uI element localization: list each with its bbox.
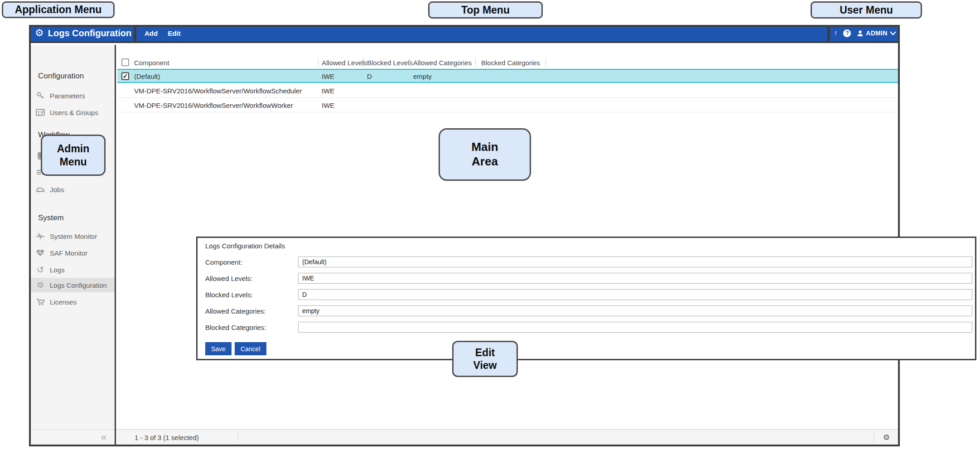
callout-text: View	[473, 359, 497, 372]
collapse-sidebar-button[interactable]: «	[101, 431, 106, 443]
status-separator	[238, 432, 238, 442]
table-row-workflow-worker[interactable]: VM-DPE-SRV2016/WorkflowServer/WorkflowWo…	[117, 98, 900, 112]
sidebar-item-licenses[interactable]: Licenses	[29, 295, 115, 309]
sidebar-item-label: Logs Configuration	[50, 281, 107, 289]
cell-component: VM-DPE-SRV2016/WorkflowServer/WorkflowWo…	[134, 102, 293, 109]
sidebar-heading-system: System	[38, 213, 64, 223]
cell-component: (Default)	[134, 72, 160, 80]
sidebar-item-label: Users & Groups	[50, 109, 98, 116]
cart-icon	[35, 298, 45, 306]
user-icon	[857, 30, 864, 37]
edit-button[interactable]: Edit	[168, 29, 180, 37]
sidebar-footer: «	[29, 429, 115, 445]
panel-title: Logs Configuration Details	[205, 242, 285, 250]
sidebar-heading-configuration: Configuration	[38, 72, 84, 81]
column-separator	[410, 58, 410, 67]
callout-application-menu: Application Menu	[2, 1, 115, 18]
blocked-levels-input[interactable]	[298, 289, 972, 300]
callout-text: Main	[471, 140, 498, 155]
callout-top-menu: Top Menu	[428, 1, 543, 19]
field-label: Component:	[205, 258, 242, 266]
table-header: Component Allowed Levels Blocked Levels …	[117, 56, 900, 69]
top-menu: Add Edit	[136, 25, 827, 41]
pulse-icon	[35, 233, 45, 239]
app-title: Logs Configuration	[48, 28, 131, 39]
field-component: Component:	[198, 256, 975, 267]
sidebar-item-label: Logs	[50, 266, 65, 274]
sidebar-item-system-monitor[interactable]: System Monitor	[29, 229, 115, 243]
sidebar-item-saf-monitor[interactable]: SAF Monitor	[29, 246, 115, 260]
sidebar-item-label: Licenses	[50, 298, 77, 306]
field-blocked-levels: Blocked Levels:	[198, 289, 975, 300]
callout-text: Application Menu	[15, 3, 102, 16]
app-gear-icon: ⚙	[35, 28, 44, 38]
key-icon	[35, 92, 45, 100]
record-count: 1 - 3 of 3 (1 selected)	[135, 433, 199, 441]
cell-blocked-levels: D	[367, 72, 372, 80]
callout-text: Top Menu	[461, 4, 510, 16]
app-window: ⚙ Logs Configuration Add Edit ↑ ? AD	[29, 25, 900, 446]
screenshot-stage: ⚙ Logs Configuration Add Edit ↑ ? AD	[0, 0, 980, 450]
upload-arrow-icon[interactable]: ↑	[834, 29, 837, 37]
table-row-workflow-scheduler[interactable]: VM-DPE-SRV2016/WorkflowServer/WorkflowSc…	[117, 84, 900, 98]
sidebar-item-label: Parameters	[50, 92, 85, 100]
column-separator	[475, 58, 476, 67]
blocked-categories-input[interactable]	[298, 322, 972, 333]
admin-sidebar: Configuration Parameters Users & Groups …	[29, 45, 116, 446]
add-button[interactable]: Add	[145, 29, 158, 37]
sidebar-item-label: System Monitor	[50, 232, 97, 240]
callout-text: Edit	[475, 346, 495, 359]
callout-admin-menu: Admin Menu	[41, 135, 106, 176]
allowed-levels-input[interactable]	[298, 273, 972, 284]
grid-settings-gear-icon[interactable]: ⚙	[883, 432, 890, 442]
sidebar-item-label: SAF Monitor	[50, 249, 87, 257]
panel-buttons: Save Cancel	[205, 342, 266, 355]
row-checkbox[interactable]: ✓	[121, 72, 129, 80]
column-separator	[546, 58, 546, 67]
callout-edit-view: Edit View	[452, 341, 518, 377]
column-header-allowed-categories[interactable]: Allowed Categories	[413, 59, 472, 67]
cancel-button[interactable]: Cancel	[235, 342, 266, 355]
logs-configuration-details-panel: Logs Configuration Details Component: Al…	[196, 237, 976, 360]
callout-text: Area	[472, 155, 498, 169]
sidebar-item-logs[interactable]: ↺ Logs	[29, 262, 115, 277]
sidebar-item-users-groups[interactable]: Users & Groups	[29, 105, 115, 120]
select-all-checkbox[interactable]	[121, 58, 129, 66]
callout-text: Menu	[59, 155, 87, 168]
field-label: Blocked Categories:	[205, 324, 266, 331]
sidebar-item-label: Jobs	[50, 186, 64, 194]
column-header-component[interactable]: Component	[134, 59, 169, 67]
field-label: Allowed Levels:	[205, 275, 252, 282]
field-label: Allowed Categories:	[205, 307, 266, 315]
help-icon[interactable]: ?	[843, 29, 851, 37]
callout-user-menu: User Menu	[811, 1, 922, 19]
user-chevron-down-icon	[890, 31, 896, 35]
cell-allowed-levels: IWE	[322, 102, 334, 109]
jobs-icon	[35, 186, 45, 193]
column-header-allowed-levels[interactable]: Allowed Levels	[322, 59, 367, 67]
sidebar-item-jobs[interactable]: Jobs	[29, 182, 115, 197]
column-header-blocked-levels[interactable]: Blocked Levels	[367, 59, 413, 67]
gear-icon: ⚙	[35, 281, 45, 289]
component-input[interactable]	[298, 256, 972, 267]
table-row-default[interactable]: ✓ (Default) IWE D empty	[117, 69, 900, 83]
id-card-icon	[35, 109, 45, 116]
cell-allowed-levels: IWE	[322, 87, 334, 95]
cell-allowed-levels: IWE	[322, 72, 334, 80]
field-label: Blocked Levels:	[205, 291, 253, 299]
history-icon: ↺	[35, 266, 45, 274]
status-separator	[874, 432, 874, 442]
allowed-categories-input[interactable]	[298, 305, 972, 316]
application-menu-dropdown[interactable]: ⚙ Logs Configuration	[29, 25, 136, 41]
sidebar-item-parameters[interactable]: Parameters	[29, 88, 115, 103]
user-menu-button[interactable]: ADMIN	[857, 29, 896, 37]
top-bar: ⚙ Logs Configuration Add Edit ↑ ? AD	[29, 25, 900, 43]
sidebar-item-logs-configuration[interactable]: ⚙ Logs Configuration	[29, 278, 115, 292]
column-header-blocked-categories[interactable]: Blocked Categories	[481, 59, 540, 67]
field-allowed-levels: Allowed Levels:	[198, 273, 975, 284]
user-menu: ↑ ? ADMIN	[827, 25, 900, 41]
cell-allowed-categories: empty	[413, 72, 432, 80]
callout-text: Admin	[57, 142, 90, 155]
cell-component: VM-DPE-SRV2016/WorkflowServer/WorkflowSc…	[134, 87, 302, 95]
save-button[interactable]: Save	[205, 342, 232, 355]
